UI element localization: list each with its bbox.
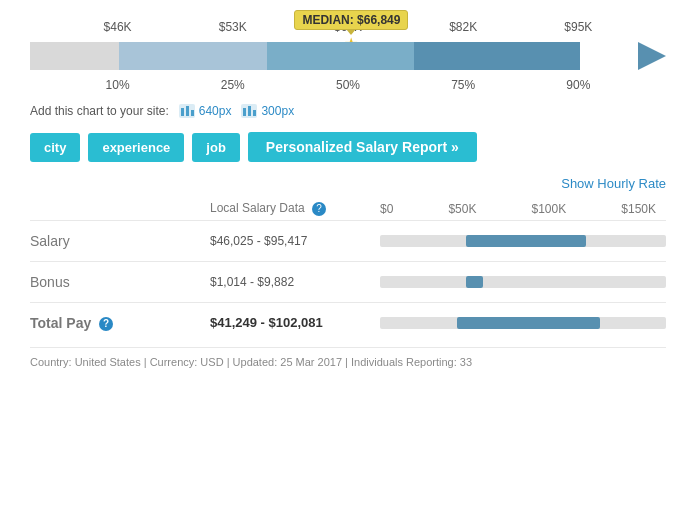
city-button[interactable]: city bbox=[30, 133, 80, 162]
bar-fill-salary bbox=[466, 235, 586, 247]
bar-fill-bonus bbox=[466, 276, 483, 288]
arrow-seg-3 bbox=[267, 42, 415, 70]
row-name-totalpay: Total Pay ? bbox=[30, 315, 210, 331]
pct-label-5: 90% bbox=[566, 78, 590, 92]
svg-rect-7 bbox=[253, 110, 256, 116]
pct-label-2: 25% bbox=[221, 78, 245, 92]
button-row: city experience job Personalized Salary … bbox=[30, 132, 666, 162]
salary-label-5: $95K bbox=[564, 20, 592, 34]
pct-label-4: 75% bbox=[451, 78, 475, 92]
bar-label-50k: $50K bbox=[448, 202, 476, 216]
salary-label-2: $53K bbox=[219, 20, 247, 34]
row-name-salary: Salary bbox=[30, 233, 210, 249]
add-chart-640[interactable]: 640px bbox=[179, 104, 232, 118]
chart-icon-640 bbox=[179, 104, 195, 118]
arrow-track: MEDIAN: $66,849 ★ bbox=[30, 38, 666, 74]
add-chart-text: Add this chart to your site: bbox=[30, 104, 169, 118]
table-row-bonus: Bonus $1,014 - $9,882 bbox=[30, 261, 666, 302]
pct-label-1: 10% bbox=[106, 78, 130, 92]
add-chart-300[interactable]: 300px bbox=[241, 104, 294, 118]
experience-button[interactable]: experience bbox=[88, 133, 184, 162]
svg-rect-1 bbox=[181, 108, 184, 116]
row-range-salary: $46,025 - $95,417 bbox=[210, 234, 380, 248]
arrow-head bbox=[638, 42, 666, 70]
row-bar-salary bbox=[380, 231, 666, 251]
bar-fill-totalpay bbox=[457, 317, 600, 329]
salary-table: Local Salary Data ? $0 $50K $100K $150K … bbox=[30, 201, 666, 343]
row-bar-bonus bbox=[380, 272, 666, 292]
svg-rect-5 bbox=[243, 108, 246, 116]
bar-track-bonus bbox=[380, 276, 666, 288]
show-hourly-rate[interactable]: Show Hourly Rate bbox=[30, 176, 666, 191]
help-icon-local[interactable]: ? bbox=[312, 202, 326, 216]
median-label: MEDIAN: $66,849 bbox=[294, 10, 408, 30]
arrow-seg-2 bbox=[119, 42, 267, 70]
help-icon-totalpay[interactable]: ? bbox=[99, 317, 113, 331]
bar-label-100k: $100K bbox=[532, 202, 567, 216]
bar-label-0: $0 bbox=[380, 202, 393, 216]
arrow-background bbox=[30, 42, 621, 70]
table-row-totalpay: Total Pay ? $41,249 - $102,081 bbox=[30, 302, 666, 343]
row-name-bonus: Bonus bbox=[30, 274, 210, 290]
footer-info: Country: United States | Currency: USD |… bbox=[30, 347, 666, 368]
salary-label-1: $46K bbox=[104, 20, 132, 34]
row-bar-totalpay bbox=[380, 313, 666, 333]
add-chart-640-label: 640px bbox=[199, 104, 232, 118]
chart-icon-300 bbox=[241, 104, 257, 118]
col-header-local: Local Salary Data ? bbox=[210, 201, 380, 216]
arrow-seg-1 bbox=[30, 42, 119, 70]
svg-rect-6 bbox=[248, 106, 251, 116]
arrow-bar: MEDIAN: $66,849 ★ bbox=[30, 42, 666, 70]
job-button[interactable]: job bbox=[192, 133, 240, 162]
local-salary-label: Local Salary Data bbox=[210, 201, 305, 215]
add-chart-line: Add this chart to your site: 640px 300px bbox=[30, 104, 666, 118]
table-row-salary: Salary $46,025 - $95,417 bbox=[30, 220, 666, 261]
personalized-report-button[interactable]: Personalized Salary Report » bbox=[248, 132, 477, 162]
row-range-totalpay: $41,249 - $102,081 bbox=[210, 315, 380, 330]
salary-label-4: $82K bbox=[449, 20, 477, 34]
row-range-bonus: $1,014 - $9,882 bbox=[210, 275, 380, 289]
col-header-bars: $0 $50K $100K $150K bbox=[380, 202, 666, 216]
pct-label-row: 10% 25% 50% 75% 90% bbox=[30, 78, 666, 92]
svg-rect-2 bbox=[186, 106, 189, 116]
percentile-chart: $46K $53K $67K $82K $95K MEDIAN: $66,849… bbox=[30, 20, 666, 92]
add-chart-300-label: 300px bbox=[261, 104, 294, 118]
pct-label-3: 50% bbox=[336, 78, 360, 92]
svg-rect-3 bbox=[191, 110, 194, 116]
bar-label-150k: $150K bbox=[621, 202, 656, 216]
arrow-seg-4 bbox=[414, 42, 580, 70]
table-header: Local Salary Data ? $0 $50K $100K $150K bbox=[30, 201, 666, 216]
